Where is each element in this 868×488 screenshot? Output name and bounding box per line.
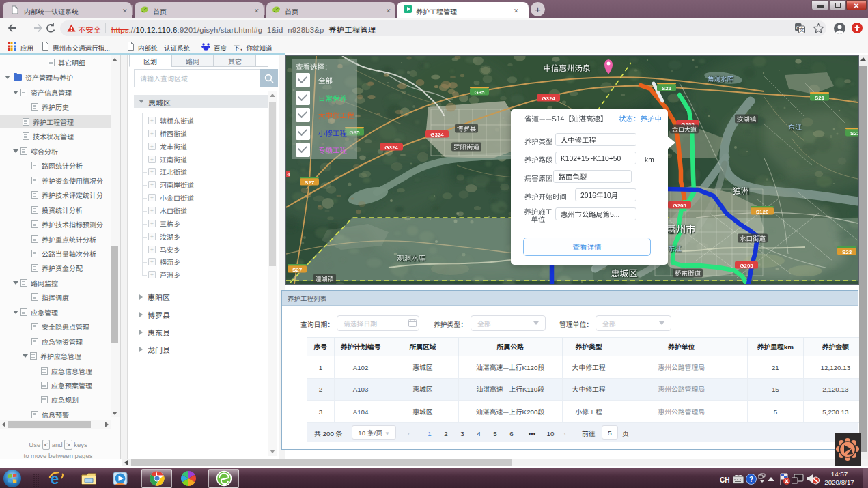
svg-text:S27: S27 bbox=[292, 265, 303, 273]
svg-text:G324: G324 bbox=[542, 94, 555, 102]
svg-text:4: 4 bbox=[287, 170, 290, 177]
svg-text:汝湖镇: 汝湖镇 bbox=[737, 114, 757, 124]
svg-text:水口街道: 水口街道 bbox=[740, 233, 766, 243]
svg-text:惠城区: 惠城区 bbox=[611, 266, 637, 279]
svg-text:罗阳街道: 罗阳街道 bbox=[453, 142, 480, 152]
svg-text:观洞水库: 观洞水库 bbox=[397, 253, 425, 263]
svg-text:潼湖镇: 潼湖镇 bbox=[315, 274, 333, 283]
svg-text:S21: S21 bbox=[850, 129, 858, 137]
svg-text:桥东街道: 桥东街道 bbox=[675, 268, 701, 278]
svg-text:惠州市: 惠州市 bbox=[666, 221, 696, 235]
svg-text:东江: 东江 bbox=[668, 243, 682, 253]
svg-text:S21: S21 bbox=[662, 84, 672, 91]
svg-text:?: ? bbox=[749, 474, 753, 484]
svg-text:博罗县: 博罗县 bbox=[457, 124, 477, 133]
svg-text:角洞水库: 角洞水库 bbox=[708, 74, 734, 83]
svg-text:S23: S23 bbox=[842, 248, 852, 255]
svg-text:S27: S27 bbox=[305, 178, 315, 186]
svg-text:G324: G324 bbox=[430, 130, 444, 138]
svg-text:S21: S21 bbox=[815, 94, 825, 101]
svg-text:独洲: 独洲 bbox=[733, 184, 749, 196]
svg-text:G205: G205 bbox=[673, 201, 686, 209]
svg-text:G35: G35 bbox=[474, 88, 485, 96]
svg-text:G205: G205 bbox=[740, 261, 753, 269]
svg-text:文: 文 bbox=[799, 25, 805, 33]
svg-text:金口大道: 金口大道 bbox=[672, 125, 697, 134]
svg-text:中信惠州汤泉: 中信惠州汤泉 bbox=[544, 62, 591, 73]
svg-text:东江: 东江 bbox=[788, 121, 802, 132]
svg-text:S120: S120 bbox=[756, 207, 769, 215]
svg-text:G324: G324 bbox=[384, 143, 398, 151]
